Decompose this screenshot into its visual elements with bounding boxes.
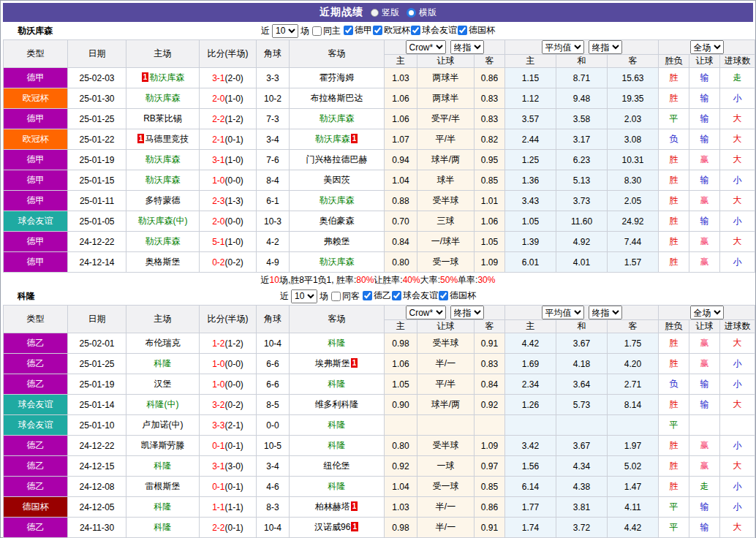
away-team-name[interactable]: 弗赖堡: [324, 236, 350, 246]
euro-away-odds: 8.30: [608, 170, 659, 191]
recent-count-select[interactable]: 10: [272, 24, 298, 38]
home-team-name[interactable]: 汉堡: [154, 379, 172, 389]
league-filter-checkbox[interactable]: [373, 26, 382, 35]
league-filter-checkbox[interactable]: [439, 291, 448, 300]
away-team-name[interactable]: 勒沃库森: [315, 134, 350, 144]
euro-home-odds: 1.12: [505, 88, 556, 109]
result-wdl: 胜: [659, 211, 689, 232]
result-goals: 大: [720, 232, 755, 252]
away-team-name[interactable]: 勒沃库森: [320, 113, 355, 124]
date-cell: 25-01-19: [68, 150, 126, 170]
euro-draw-odds: 4.18: [556, 354, 608, 374]
same-venue-checkbox[interactable]: [331, 292, 341, 301]
result-handicap: 输: [689, 374, 720, 395]
away-team-name[interactable]: 柏林赫塔: [315, 501, 350, 512]
asian-home-odds: 0.92: [385, 456, 417, 477]
home-team-name[interactable]: 勒沃库森: [149, 72, 184, 83]
away-team-name[interactable]: 维多利科隆: [315, 399, 359, 409]
horizontal-layout-radio[interactable]: 横版: [407, 7, 436, 19]
same-venue-checkbox[interactable]: [312, 26, 322, 36]
sub-col-主: 主: [385, 320, 417, 333]
league-filter-德国杯[interactable]: 德国杯: [438, 289, 476, 302]
home-team-name[interactable]: 雷根斯堡: [145, 481, 181, 491]
result-wdl: 胜: [659, 354, 689, 374]
rank-badge: 1: [351, 358, 358, 368]
league-cell: 球会友谊: [4, 415, 68, 436]
sub-col-进球数: 进球数: [720, 320, 755, 333]
league-filter-checkbox[interactable]: [411, 26, 420, 35]
away-team-name[interactable]: 科隆: [328, 420, 346, 430]
league-filter-欧冠杯[interactable]: 欧冠杯: [372, 24, 410, 37]
home-team-name[interactable]: 勒沃库森: [145, 236, 181, 246]
league-cell: 德乙: [4, 456, 68, 477]
league-filter-德乙[interactable]: 德乙: [362, 289, 391, 302]
avg-source-select[interactable]: 平均值: [542, 306, 584, 319]
away-team-name[interactable]: 埃弗斯堡: [315, 358, 350, 368]
scope-select[interactable]: 全场: [690, 306, 724, 319]
avg-stage-select[interactable]: 终指: [589, 40, 622, 54]
radio-checked-icon[interactable]: [407, 8, 416, 18]
away-team-name[interactable]: 勒沃库森: [320, 195, 355, 205]
away-team-name[interactable]: 霍芬海姆: [320, 72, 355, 83]
result-handicap: 输: [689, 518, 720, 538]
league-filter-德甲[interactable]: 德甲: [343, 24, 372, 37]
home-team-name[interactable]: 勒沃库森: [145, 175, 181, 185]
away-team-name[interactable]: 布拉格斯巴达: [311, 93, 363, 103]
same-venue-checkbox-label[interactable]: 同客: [330, 290, 360, 303]
league-filter-德国杯[interactable]: 德国杯: [457, 24, 495, 37]
scope-select[interactable]: 全场: [690, 40, 724, 54]
halftime-score: (0-0): [225, 216, 243, 227]
away-team-name[interactable]: 科隆: [328, 481, 346, 491]
home-team-name[interactable]: 科隆: [154, 358, 172, 368]
away-team-name[interactable]: 美因茨: [324, 175, 350, 185]
league-filter-球会友谊[interactable]: 球会友谊: [410, 24, 457, 37]
home-team-name[interactable]: 科隆: [154, 522, 172, 532]
away-team-name[interactable]: 门兴格拉德巴赫: [306, 154, 368, 164]
home-team-name[interactable]: 马德里竞技: [145, 134, 189, 144]
home-team-name[interactable]: 奥格斯堡: [145, 257, 181, 267]
result-wdl: 胜: [659, 395, 689, 415]
halftime-score: (1-2): [225, 114, 243, 124]
away-team-name[interactable]: 科隆: [328, 338, 346, 348]
euro-away-odds: 10.31: [608, 150, 659, 170]
league-filter-球会友谊[interactable]: 球会友谊: [391, 289, 438, 302]
league-filter-checkbox[interactable]: [392, 291, 401, 300]
same-venue-checkbox-label[interactable]: 同主: [311, 25, 341, 37]
avg-stage-select[interactable]: 终指: [589, 306, 622, 319]
home-team-name[interactable]: 卢加诺(中): [143, 420, 184, 430]
odds-source-select[interactable]: Crow*: [406, 40, 446, 54]
home-team-name[interactable]: 科隆: [154, 461, 172, 471]
home-team-name[interactable]: 勒沃库森: [145, 154, 181, 164]
league-cell: 欧冠杯: [4, 129, 68, 150]
radio-unchecked-icon[interactable]: [371, 9, 379, 17]
home-team-name[interactable]: 勒沃库森(中): [138, 216, 188, 226]
away-team-name[interactable]: 科隆: [328, 440, 346, 450]
match-row: 德甲24-12-14奥格斯堡0-2(0-2)4-9勒沃库森0.80受一球1.09…: [4, 252, 755, 273]
away-team-name[interactable]: 汉诺威96: [314, 522, 350, 532]
vertical-layout-radio[interactable]: 竖版: [371, 7, 399, 19]
away-team-name[interactable]: 科隆: [328, 379, 346, 389]
home-team-name[interactable]: RB莱比锡: [143, 113, 182, 124]
league-filter-checkbox[interactable]: [363, 291, 372, 300]
filter-bar: 近 10 场 同主 德甲欧冠杯球会友谊德国杯: [261, 24, 495, 38]
home-team-name[interactable]: 科隆(中): [147, 399, 179, 409]
recent-count-select[interactable]: 10: [291, 289, 317, 303]
halftime-score: (1-3): [225, 196, 243, 206]
home-team-name[interactable]: 勒沃库森: [145, 93, 181, 103]
away-team-name[interactable]: 纽伦堡: [324, 461, 350, 471]
odds-stage-select[interactable]: 终指: [450, 40, 484, 54]
euro-away-odds: 1.75: [608, 333, 659, 354]
away-team-name[interactable]: 勒沃库森: [320, 257, 355, 267]
league-filter-checkbox[interactable]: [458, 26, 467, 35]
home-team-name[interactable]: 多特蒙德: [145, 195, 181, 205]
league-filter-checkbox[interactable]: [344, 26, 353, 35]
score-cell: 1-0(0-0): [200, 354, 257, 374]
odds-stage-select[interactable]: 终指: [450, 306, 484, 319]
home-team-name[interactable]: 凯泽斯劳滕: [141, 440, 185, 450]
home-team-name[interactable]: 布伦瑞克: [145, 338, 181, 348]
away-team-name[interactable]: 奥伯豪森: [320, 216, 355, 226]
home-team-name[interactable]: 科隆: [154, 501, 172, 512]
avg-source-select[interactable]: 平均值: [542, 40, 584, 54]
odds-source-select[interactable]: Crow*: [406, 306, 446, 319]
score-cell: 2-2(1-2): [200, 109, 257, 129]
